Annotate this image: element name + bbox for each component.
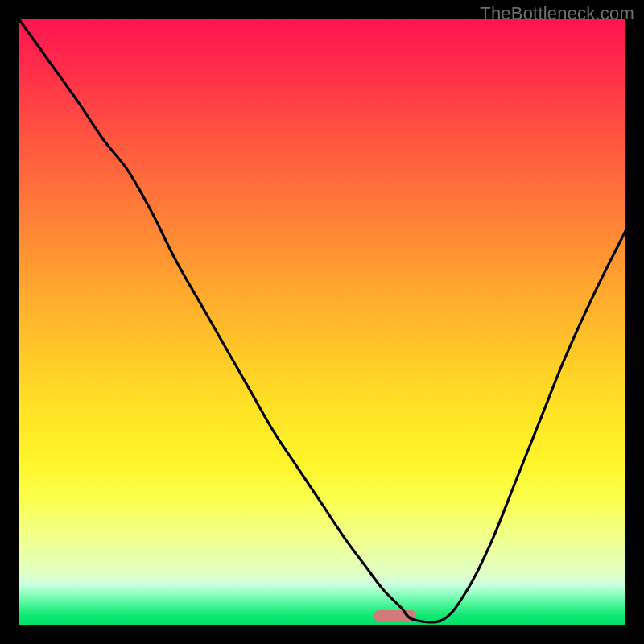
chart-frame: TheBottleneck.com bbox=[0, 0, 644, 644]
bottleneck-curve bbox=[19, 19, 625, 625]
plot-area bbox=[19, 19, 625, 625]
